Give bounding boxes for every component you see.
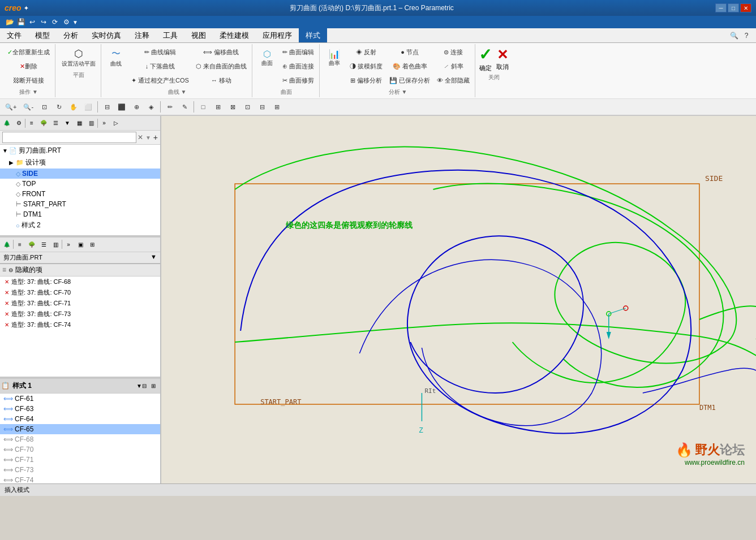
tree-icon[interactable]: 🌲 (1, 118, 12, 129)
menu-annotation[interactable]: 注释 (128, 28, 156, 42)
layer-filter-btn[interactable]: ▥ (50, 239, 61, 250)
view-btn4[interactable]: ⊡ (240, 100, 254, 114)
menu-style[interactable]: 样式 (299, 28, 327, 42)
node-button[interactable]: ● 节点 (386, 45, 433, 59)
confirm-button[interactable]: ✓ (479, 45, 492, 64)
layer-item-1[interactable]: ✕ 造型: 37: 曲线: CF-70 (0, 287, 160, 298)
style-item-cf68[interactable]: ⟺ CF-68 (0, 434, 160, 444)
hide-all-button[interactable]: 👁 全部隐藏 (434, 74, 472, 87)
layer-item-0[interactable]: ✕ 造型: 37: 曲线: CF-68 (0, 277, 160, 287)
detail-view-btn[interactable]: ☰ (50, 118, 61, 129)
style-item-cf74[interactable]: ⟺ CF-74 (0, 475, 160, 484)
pan-icon[interactable]: ✋ (67, 100, 80, 114)
style-item-cf64[interactable]: ⟺ CF-64 (0, 414, 160, 424)
style-more-btn[interactable]: ⊞ (148, 380, 159, 391)
zoom-out-icon[interactable]: 🔍- (20, 100, 36, 114)
tree-item-front[interactable]: ◇ FRONT (0, 189, 160, 199)
surface-edit-button[interactable]: ✏ 曲面编辑 (280, 45, 317, 59)
curve-label[interactable]: 曲线 ▼ (168, 88, 187, 96)
zoom-fit-icon[interactable]: ⊡ (37, 100, 51, 114)
style-item-cf71[interactable]: ⟺ CF-71 (0, 455, 160, 465)
analysis-label[interactable]: 分析 ▼ (389, 88, 407, 96)
display-btn4[interactable]: ◈ (144, 100, 158, 114)
surface-connect-button[interactable]: ⊕ 曲面连接 (280, 59, 317, 73)
display-btn3[interactable]: ⊕ (130, 100, 143, 114)
cos-button[interactable]: ✦ 通过相交产生COS (128, 74, 192, 87)
view-btn1[interactable]: □ (196, 100, 210, 114)
color-rate-button[interactable]: 🎨 着色曲率 (386, 59, 433, 73)
tree-item-style2[interactable]: ○ 样式 2 (0, 219, 160, 231)
list-view-btn[interactable]: ≡ (26, 118, 37, 129)
delete-button[interactable]: ✕ 删除 (5, 59, 53, 73)
display-btn1[interactable]: ⊟ (100, 100, 114, 114)
search-clear-icon[interactable]: ✕ (138, 133, 143, 141)
layer-list-btn[interactable]: ≡ (14, 239, 25, 250)
view-btn3[interactable]: ⊠ (226, 100, 239, 114)
style-item-cf61[interactable]: ⟺ CF-61 (0, 394, 160, 404)
tree-item-design[interactable]: ▶ 📁 设计项 (0, 157, 160, 169)
menu-analysis[interactable]: 分析 (57, 28, 85, 42)
tree-item-root[interactable]: ▼ 📄 剪刀曲面.PRT (0, 145, 160, 157)
qa-settings-button[interactable]: ⚙ (61, 17, 71, 27)
view-btn6[interactable]: ⊞ (270, 100, 284, 114)
minimize-button[interactable]: ─ (715, 3, 727, 12)
view-btn5[interactable]: ⊟ (255, 100, 269, 114)
layer-dropdown-icon[interactable]: ▼ (151, 253, 157, 262)
layer-tree-icon[interactable]: 🌲 (1, 239, 12, 250)
search-icon[interactable]: 🔍 (729, 31, 739, 41)
qa-redo-button[interactable]: ↪ (38, 17, 49, 27)
more-btn[interactable]: » (98, 118, 110, 129)
offset-analysis-button[interactable]: ⊞ 偏移分析 (347, 74, 385, 87)
menu-model[interactable]: 模型 (28, 28, 57, 42)
column-btn1[interactable]: ▦ (74, 118, 85, 129)
menu-view[interactable]: 视图 (184, 28, 213, 42)
qa-undo-button[interactable]: ↩ (27, 17, 37, 27)
surface-tool-button[interactable]: ⬡ 曲面 (256, 45, 278, 70)
side-btn[interactable]: ▷ (110, 118, 122, 129)
menu-simulation[interactable]: 实时仿真 (85, 28, 128, 42)
search-input[interactable] (2, 132, 136, 143)
menu-apps[interactable]: 应用程序 (256, 28, 299, 42)
tree-item-dtm1[interactable]: ⊢ DTM1 (0, 209, 160, 219)
qa-open-button[interactable]: 📂 (5, 17, 15, 27)
tree-view-btn[interactable]: 🌳 (38, 118, 49, 129)
menu-tools[interactable]: 工具 (156, 28, 184, 42)
rotate-icon[interactable]: ↻ (52, 100, 66, 114)
layer-tree-btn[interactable]: 🌳 (26, 239, 37, 250)
viewport[interactable]: Z SIDE DTM1 START_PART RIt 绿色的这四条是俯视观察到的… (161, 116, 756, 483)
qa-rebuild-button[interactable]: ⟳ (50, 17, 60, 27)
sketch-btn[interactable]: ✎ (178, 100, 191, 114)
column-btn2[interactable]: ▥ (85, 118, 97, 129)
display-btn2[interactable]: ⬛ (115, 100, 128, 114)
filter-btn[interactable]: ▼ (62, 118, 73, 129)
layer-item-3[interactable]: ✕ 造型: 37: 曲线: CF-73 (0, 309, 160, 319)
settings-icon[interactable]: ⚙ (13, 118, 24, 129)
layer-item-4[interactable]: ✕ 造型: 37: 曲线: CF-74 (0, 319, 160, 330)
maximize-button[interactable]: □ (728, 3, 739, 12)
style-item-cf73[interactable]: ⟺ CF-73 (0, 465, 160, 475)
style-item-cf65[interactable]: ⟺ CF-65 (0, 424, 160, 434)
close-button[interactable]: ✕ (740, 3, 751, 12)
operations-label[interactable]: 操作 ▼ (19, 88, 38, 96)
curve-edit-button[interactable]: ✏ 曲线编辑 (128, 45, 192, 59)
cancel-button[interactable]: ✕ (497, 47, 508, 63)
surface-trim-button[interactable]: ✂ 曲面修剪 (280, 74, 317, 87)
tree-item-top[interactable]: ◇ TOP (0, 179, 160, 189)
style-filter-btn[interactable]: ▼⊟ (136, 380, 147, 391)
connect-button[interactable]: ⊜ 连接 (434, 45, 472, 59)
view3d-icon[interactable]: ⬜ (81, 100, 95, 114)
layer-grid-btn[interactable]: ⊞ (87, 239, 98, 250)
move-button[interactable]: ↔ 移动 (193, 74, 250, 87)
rate-tool-button[interactable]: 📊 曲率 (323, 45, 346, 70)
menu-file[interactable]: 文件 (0, 28, 28, 42)
saved-analysis-button[interactable]: 💾 已保存分析 (386, 74, 433, 87)
window-controls[interactable]: ─ □ ✕ (715, 3, 751, 12)
search-add-icon[interactable]: + (153, 133, 158, 142)
help-button[interactable]: ? (741, 31, 751, 41)
offset-curve-button[interactable]: ⟺ 偏移曲线 (193, 45, 250, 59)
rebuild-all-button[interactable]: ✓ 全部重新生成 (5, 45, 53, 59)
qa-save-button[interactable]: 💾 (16, 17, 26, 27)
draft-button[interactable]: ◑ 拔模斜度 (347, 59, 385, 73)
menu-flex[interactable]: 柔性建模 (213, 28, 256, 42)
from-surface-button[interactable]: ⬡ 来自曲面的曲线 (193, 59, 250, 73)
